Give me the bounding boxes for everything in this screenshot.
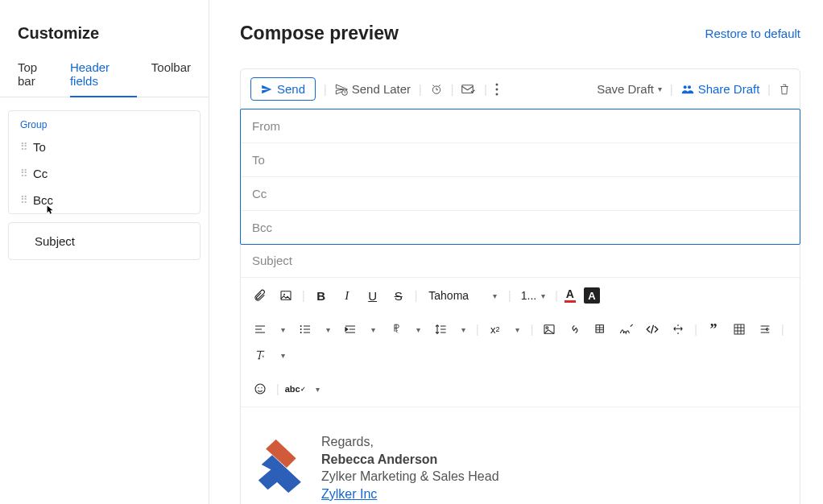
spellcheck-button[interactable]: abc✓ — [284, 378, 307, 400]
underline-button[interactable]: U — [362, 284, 384, 307]
send-later-icon — [335, 83, 348, 96]
svg-point-4 — [496, 88, 498, 90]
svg-point-10 — [300, 325, 302, 327]
superscript-button[interactable]: x2 — [484, 318, 507, 341]
subject-item-label: Subject — [35, 234, 75, 248]
separator: | — [275, 382, 281, 395]
delete-button[interactable] — [779, 83, 790, 96]
lineheight-button[interactable] — [429, 318, 452, 341]
signature-block: Regards, Rebecca Anderson Zylker Marketi… — [241, 407, 800, 504]
group-item-label: Cc — [33, 167, 48, 180]
more-button[interactable] — [495, 83, 498, 96]
separator: | — [413, 289, 420, 302]
sidebar-title: Customize — [0, 24, 209, 54]
svg-point-17 — [255, 384, 265, 394]
compose-preview: Send | Send Later | | | Save Draft ▾ — [240, 68, 800, 504]
hr-icon — [759, 323, 771, 336]
read-receipt-button[interactable] — [461, 84, 476, 95]
attach-button[interactable] — [249, 284, 271, 307]
chevron-down-icon: ▾ — [493, 291, 497, 300]
drag-handle-icon: ⠿ — [20, 167, 27, 180]
reminder-button[interactable] — [430, 83, 443, 96]
insert-table-button[interactable] — [589, 318, 612, 341]
lineheight-more[interactable]: ▾ — [455, 318, 471, 341]
customize-sidebar: Customize Top bar Header fields Toolbar … — [0, 0, 209, 504]
tab-toolbar[interactable]: Toolbar — [151, 54, 191, 97]
html-icon — [672, 323, 684, 336]
insert-link-button[interactable] — [564, 318, 586, 341]
separator: | — [484, 83, 487, 96]
paperclip-icon — [254, 289, 267, 302]
tab-top-bar[interactable]: Top bar — [18, 54, 56, 97]
indent-more[interactable]: ▾ — [365, 318, 381, 341]
send-later-button[interactable]: Send Later — [335, 82, 411, 96]
indent-button[interactable] — [339, 318, 362, 341]
image-button[interactable] — [275, 284, 297, 307]
grid-button[interactable] — [728, 318, 751, 341]
code-button[interactable] — [641, 318, 664, 341]
emoji-icon — [254, 382, 267, 395]
svg-point-14 — [546, 327, 548, 329]
emoji-button[interactable] — [249, 378, 271, 400]
script-more[interactable]: ▾ — [510, 318, 526, 341]
size-select[interactable]: 1... ▾ — [516, 287, 550, 304]
clear-format-more[interactable]: ▾ — [275, 344, 291, 366]
tab-header-fields[interactable]: Header fields — [70, 54, 137, 97]
list-more[interactable]: ▾ — [320, 318, 336, 341]
subject-field[interactable]: Subject — [241, 244, 800, 278]
link-icon — [569, 323, 581, 336]
clear-format-button[interactable] — [249, 344, 271, 366]
group-item-to[interactable]: ⠿ To — [9, 134, 200, 160]
chevron-down-icon: ▾ — [541, 291, 545, 300]
signature-company-link[interactable]: Zylker Inc — [321, 485, 499, 503]
signature-regards: Regards, — [321, 433, 499, 451]
separator: | — [419, 83, 422, 96]
save-draft-button[interactable]: Save Draft ▾ — [597, 82, 662, 96]
share-draft-button[interactable]: Share Draft — [681, 82, 760, 96]
save-draft-label: Save Draft — [597, 82, 654, 96]
signature-title: Zylker Marketing & Sales Head — [321, 468, 499, 485]
to-field[interactable]: To — [241, 143, 800, 177]
strike-button[interactable]: S — [387, 284, 410, 307]
direction-more[interactable]: ▾ — [410, 318, 426, 341]
editor-toolbar: | B I U S | Tahoma ▾ | 1... ▾ | A A ▾ ▾ — [241, 278, 800, 407]
bcc-field[interactable]: Bcc — [241, 211, 800, 244]
text-color-button[interactable]: A — [563, 287, 577, 304]
bold-button[interactable]: B — [310, 284, 333, 307]
from-field[interactable]: From — [241, 109, 800, 143]
bg-color-button[interactable]: A — [581, 284, 603, 307]
main-header: Compose preview Restore to default — [240, 23, 800, 44]
spellcheck-more[interactable]: ▾ — [310, 378, 326, 400]
align-button[interactable] — [249, 318, 271, 341]
send-button[interactable]: Send — [250, 77, 316, 101]
share-draft-icon — [681, 84, 694, 95]
list-button[interactable] — [294, 318, 316, 341]
group-item-label: Bcc — [33, 193, 53, 207]
direction-button[interactable] — [384, 318, 407, 341]
italic-button[interactable]: I — [336, 284, 358, 307]
send-icon — [261, 84, 272, 95]
align-more[interactable]: ▾ — [275, 318, 291, 341]
html-button[interactable] — [667, 318, 689, 341]
signature-text: Regards, Rebecca Anderson Zylker Marketi… — [321, 433, 499, 502]
separator: | — [300, 289, 307, 302]
subject-item[interactable]: Subject — [8, 222, 201, 260]
font-select[interactable]: Tahoma ▾ — [422, 287, 503, 304]
signature-button[interactable] — [615, 318, 638, 341]
group-item-cc[interactable]: ⠿ Cc — [9, 160, 200, 187]
cc-field[interactable]: Cc — [241, 177, 800, 211]
insert-image-button[interactable] — [538, 318, 560, 341]
separator: | — [474, 323, 481, 336]
quote-button[interactable]: ” — [702, 318, 725, 341]
group-item-bcc[interactable]: ⠿ Bcc — [9, 187, 200, 213]
separator: | — [507, 289, 513, 302]
font-size: 1... — [521, 289, 536, 302]
svg-rect-16 — [734, 324, 744, 334]
separator: | — [693, 323, 699, 336]
svg-point-7 — [688, 85, 691, 89]
code-icon — [645, 324, 660, 335]
clear-format-icon — [254, 349, 267, 361]
hr-button[interactable] — [754, 318, 776, 341]
separator: | — [324, 83, 327, 96]
restore-link[interactable]: Restore to default — [705, 27, 800, 40]
